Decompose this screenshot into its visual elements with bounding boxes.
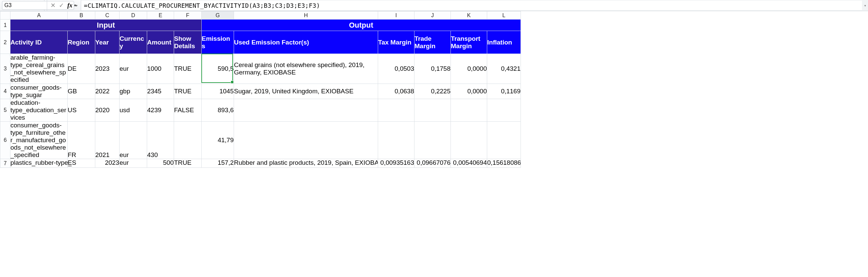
cell-A6[interactable]: consumer_goods-type_furniture_other_manu… (10, 122, 68, 159)
cell-E7[interactable]: 500 (147, 159, 174, 168)
row-header-2[interactable]: 2 (0, 31, 10, 54)
cell-L6[interactable] (487, 122, 521, 159)
chevron-down-icon[interactable]: ▾ (76, 4, 78, 7)
hdr-region[interactable]: Region (68, 31, 95, 54)
hdr-tax-margin[interactable]: Tax Margin (378, 31, 414, 54)
hdr-activity-id[interactable]: Activity ID (10, 31, 68, 54)
cell-D5[interactable]: usd (120, 99, 147, 122)
cell-G4[interactable]: 1045 (202, 84, 234, 99)
cell-B3[interactable]: DE (68, 54, 95, 84)
cell-K5[interactable] (451, 99, 487, 122)
cell-E6[interactable]: 430 (147, 122, 174, 159)
col-header-I[interactable]: I (378, 11, 414, 20)
cell-D6[interactable]: eur (120, 122, 147, 159)
row-header-4[interactable]: 4 (0, 84, 10, 99)
select-all-corner[interactable] (0, 11, 10, 20)
cell-C3[interactable]: 2023 (95, 54, 120, 84)
cell-H7[interactable]: Rubber and plastic products, 2019, Spain… (234, 159, 378, 168)
col-header-B[interactable]: B (68, 11, 95, 20)
cancel-icon[interactable]: ✕ (51, 2, 56, 9)
cell-J3[interactable]: 0,1758 (414, 54, 451, 84)
cell-G5[interactable]: 893,6 (202, 99, 234, 122)
cell-F6[interactable] (174, 122, 202, 159)
col-header-E[interactable]: E (147, 11, 174, 20)
cell-C7[interactable]: 2023 (95, 159, 120, 168)
cell-A7[interactable]: plastics_rubber-type_ (10, 159, 68, 168)
hdr-trade-margin[interactable]: Trade Margin (414, 31, 451, 54)
cell-I6[interactable] (378, 122, 414, 159)
section-header-output[interactable]: Output (202, 20, 521, 31)
cell-I3[interactable]: 0,0503 (378, 54, 414, 84)
cell-B7[interactable]: ES (68, 159, 95, 168)
cell-D4[interactable]: gbp (120, 84, 147, 99)
cell-H3[interactable]: Cereal grains (not elsewhere specified),… (234, 54, 378, 84)
cell-H5[interactable] (234, 99, 378, 122)
cell-G6[interactable]: 41,79 (202, 122, 234, 159)
col-header-D[interactable]: D (120, 11, 147, 20)
cell-J7[interactable]: 0,09667076 (414, 159, 451, 168)
row-header-1[interactable]: 1 (0, 20, 10, 31)
row-header-5[interactable]: 5 (0, 99, 10, 122)
col-header-L[interactable]: L (487, 11, 521, 20)
hdr-currency[interactable]: Currency (120, 31, 147, 54)
cell-A4[interactable]: consumer_goods-type_sugar (10, 84, 68, 99)
expand-formula-bar-icon[interactable]: ▾ (862, 0, 868, 11)
cell-E3[interactable]: 1000 (147, 54, 174, 84)
cell-J4[interactable]: 0,2225 (414, 84, 451, 99)
cell-A5[interactable]: education-type_education_services (10, 99, 68, 122)
cell-L5[interactable] (487, 99, 521, 122)
cell-B5[interactable]: US (68, 99, 95, 122)
col-header-H[interactable]: H (234, 11, 378, 20)
cell-B4[interactable]: GB (68, 84, 95, 99)
formula-input[interactable] (81, 0, 862, 10)
cell-G3[interactable]: 590,5 (202, 54, 234, 84)
col-header-K[interactable]: K (451, 11, 487, 20)
cell-I7[interactable]: 0,00935163 (378, 159, 414, 168)
cell-A3[interactable]: arable_farming-type_cereal_grains_not_el… (10, 54, 68, 84)
cell-K3[interactable]: 0,0000 (451, 54, 487, 84)
col-header-J[interactable]: J (414, 11, 451, 20)
cell-L4[interactable]: 0,1169 (487, 84, 521, 99)
cell-F4[interactable]: TRUE (174, 84, 202, 99)
hdr-year[interactable]: Year (95, 31, 120, 54)
hdr-inflation[interactable]: Inflation (487, 31, 521, 54)
fx-icon[interactable]: fx (67, 2, 72, 9)
cell-G7[interactable]: 157,2 (202, 159, 234, 168)
cell-K7[interactable]: 0,00540694 (451, 159, 487, 168)
cell-L3[interactable]: 0,4321 (487, 54, 521, 84)
hdr-amount[interactable]: Amount (147, 31, 174, 54)
cell-H4[interactable]: Sugar, 2019, United Kingdom, EXIOBASE (234, 84, 378, 99)
hdr-show-details[interactable]: Show Details (174, 31, 202, 54)
cell-C5[interactable]: 2020 (95, 99, 120, 122)
col-header-F[interactable]: F (174, 11, 202, 20)
cell-K6[interactable] (451, 122, 487, 159)
hdr-used-ef[interactable]: Used Emission Factor(s) (234, 31, 378, 54)
cell-K4[interactable]: 0,0000 (451, 84, 487, 99)
cell-F3[interactable]: TRUE (174, 54, 202, 84)
hdr-emissions[interactable]: Emissions (202, 31, 234, 54)
cell-L7[interactable]: 0,15618086 (487, 159, 521, 168)
col-header-A[interactable]: A (10, 11, 68, 20)
cell-H6[interactable] (234, 122, 378, 159)
section-header-input[interactable]: Input (10, 20, 202, 31)
cell-C4[interactable]: 2022 (95, 84, 120, 99)
cell-F5[interactable]: FALSE (174, 99, 202, 122)
cell-J5[interactable] (414, 99, 451, 122)
col-header-G[interactable]: G (202, 11, 234, 20)
cell-I4[interactable]: 0,0638 (378, 84, 414, 99)
row-header-7[interactable]: 7 (0, 159, 10, 168)
col-header-C[interactable]: C (95, 11, 120, 20)
cell-F7[interactable]: TRUE (174, 159, 202, 168)
cell-B6[interactable]: FR (68, 122, 95, 159)
cell-J6[interactable] (414, 122, 451, 159)
cell-C6[interactable]: 2021 (95, 122, 120, 159)
cell-E4[interactable]: 2345 (147, 84, 174, 99)
cell-E5[interactable]: 4239 (147, 99, 174, 122)
spreadsheet-grid[interactable]: A B C D E F G H I J K L 1 Input Output 2… (0, 11, 868, 168)
cell-D7[interactable]: eur (120, 159, 147, 168)
accept-icon[interactable]: ✓ (59, 2, 64, 9)
cell-D3[interactable]: eur (120, 54, 147, 84)
row-header-6[interactable]: 6 (0, 122, 10, 159)
hdr-transport-margin[interactable]: Transport Margin (451, 31, 487, 54)
cell-I5[interactable] (378, 99, 414, 122)
